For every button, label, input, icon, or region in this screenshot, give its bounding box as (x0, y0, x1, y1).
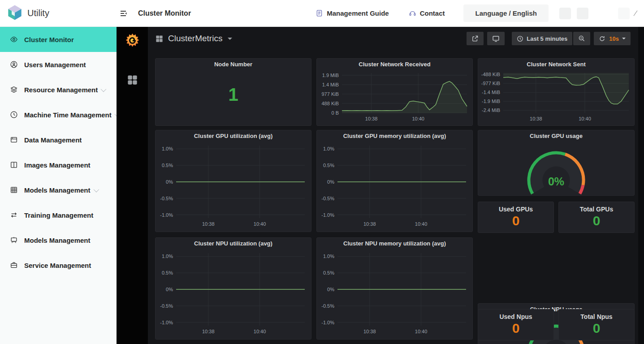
sidebar-item-machine-time-management[interactable]: Machine Time Management (0, 102, 117, 127)
panel-used-gpus: Used GPUs 0 (478, 202, 554, 233)
npu-utilization-chart: 1.0%0.5%0%-0.5%-1.0%10:3810:40 (156, 249, 311, 338)
svg-text:1.4 MiB: 1.4 MiB (322, 82, 339, 87)
nav-contact[interactable]: Contact (409, 9, 445, 17)
utility-cube-logo-icon (6, 4, 23, 23)
grafana-dashboard: ClusterMetrics (148, 27, 644, 344)
sidebar: Cluster Monitor Users Management Resourc… (0, 27, 117, 344)
svg-text:-0.5%: -0.5% (321, 196, 334, 201)
panel-title[interactable]: Cluster GPU memory utilization (avg) (317, 130, 472, 141)
nav-contact-label: Contact (420, 9, 445, 17)
sidebar-item-cluster-monitor[interactable]: Cluster Monitor (0, 27, 117, 52)
panel-total-gpus: Total GPUs 0 (558, 202, 635, 233)
panel-title[interactable]: Total Npus (559, 313, 634, 320)
sidebar-item-label: Images Management (24, 161, 91, 169)
briefcase-icon (10, 261, 18, 269)
chevron-down-icon (622, 38, 626, 39)
page-title: Cluster Monitor (138, 9, 191, 17)
svg-text:10:38: 10:38 (363, 329, 376, 334)
sidebar-item-training-management[interactable]: Training Management (0, 202, 117, 228)
panel-title[interactable]: Cluster GPU utilization (avg) (156, 130, 311, 141)
svg-text:-1.0%: -1.0% (160, 212, 173, 218)
panel-title[interactable]: Cluster NPU utilization (avg) (156, 238, 311, 249)
sidebar-item-resource-management[interactable]: Resource Management (0, 77, 117, 102)
sidebar-item-models-management-2[interactable]: Models Management (0, 228, 117, 253)
panel-title[interactable]: Cluster Network Received (317, 59, 472, 69)
refresh-button[interactable]: 10s (594, 32, 631, 45)
app-header: Utility Cluster Monitor Management Guide (0, 0, 644, 27)
sidebar-item-label: Data Management (24, 136, 82, 144)
panel-used-npus: Used Npus 0 (478, 309, 554, 340)
panel-title[interactable]: Cluster GPU usage (478, 130, 634, 141)
svg-text:-1.0%: -1.0% (160, 320, 173, 325)
time-range-button[interactable]: Last 5 minutes (512, 32, 572, 45)
panel-npu-memory-utilization: Cluster NPU memory utilization (avg) 1.0… (316, 237, 473, 340)
svg-text:10:40: 10:40 (412, 116, 424, 121)
svg-text:0%: 0% (327, 287, 334, 292)
svg-text:10:38: 10:38 (530, 116, 542, 121)
svg-text:-488 KiB: -488 KiB (481, 72, 500, 77)
cycle-arrows-icon (10, 211, 18, 219)
grafana-logo-icon[interactable] (124, 32, 141, 51)
sidebar-collapse-icon[interactable] (119, 9, 128, 18)
sidebar-item-label: Models Management (24, 186, 91, 194)
panel-gpu-utilization: Cluster GPU utilization (avg) 1.0%0.5%0%… (155, 130, 311, 232)
panel-title[interactable]: Total GPUs (559, 206, 634, 213)
svg-text:-0.5%: -0.5% (160, 196, 173, 201)
sidebar-item-users-management[interactable]: Users Management (0, 52, 117, 77)
sidebar-item-label: Training Management (24, 211, 93, 219)
used-gpus-value: 0 (478, 213, 553, 228)
node-number-value: 1 (156, 85, 311, 105)
user-icon (10, 60, 18, 69)
grafana-toolbar: Last 5 minutes 10s (467, 32, 631, 45)
sidebar-item-models-management[interactable]: Models Management (0, 177, 117, 202)
svg-text:-1.0%: -1.0% (321, 320, 334, 325)
svg-text:1.0%: 1.0% (162, 254, 173, 259)
sidebar-item-label: Resource Management (24, 86, 98, 94)
dashboard-title-dropdown[interactable]: ClusterMetrics (155, 34, 232, 43)
window-edge (638, 27, 644, 344)
nav-management-guide[interactable]: Management Guide (316, 9, 389, 17)
svg-text:0.5%: 0.5% (162, 163, 173, 168)
header-placeholder-icon (577, 8, 588, 19)
panel-title[interactable]: Cluster NPU memory utilization (avg) (317, 238, 472, 249)
chevron-down-icon (228, 38, 232, 40)
share-button[interactable] (467, 32, 484, 45)
header-placeholder-icon (618, 8, 630, 19)
zoom-out-button[interactable] (573, 32, 590, 45)
svg-text:488 KiB: 488 KiB (321, 101, 339, 106)
panel-node-number: Node Number 1 (155, 58, 311, 126)
zoom-out-icon (578, 35, 585, 42)
clock-icon (10, 111, 18, 119)
svg-text:-2.4 MiB: -2.4 MiB (482, 108, 500, 113)
panel-gpu-usage-gauge: Cluster GPU usage 0% (478, 130, 635, 196)
npu-memory-utilization-chart: 1.0%0.5%0%-0.5%-1.0%10:3810:40 (317, 249, 472, 338)
svg-text:10:40: 10:40 (415, 329, 428, 334)
eye-icon (10, 35, 18, 43)
tv-mode-button[interactable] (487, 32, 505, 45)
gpu-usage-value: 0% (478, 175, 634, 188)
svg-text:977 KiB: 977 KiB (321, 91, 339, 97)
svg-text:1.0%: 1.0% (162, 146, 173, 151)
panel-gpu-memory-utilization: Cluster GPU memory utilization (avg) 1.0… (316, 130, 473, 232)
svg-text:-1.0%: -1.0% (321, 212, 334, 218)
svg-text:1.0%: 1.0% (323, 254, 334, 259)
brand: Utility (6, 4, 49, 23)
used-npus-value: 0 (478, 321, 553, 336)
dashboard-icon (155, 34, 164, 43)
brand-name: Utility (27, 8, 49, 18)
svg-text:10:40: 10:40 (415, 221, 428, 227)
panel-title[interactable]: Used Npus (478, 313, 553, 320)
dashboards-grid-icon[interactable] (126, 74, 138, 88)
total-gpus-value: 0 (559, 213, 634, 228)
sidebar-item-data-management[interactable]: Data Management (0, 127, 117, 152)
panel-title[interactable]: Used GPUs (478, 206, 553, 213)
chevron-down-icon (101, 86, 107, 92)
svg-text:-0.5%: -0.5% (160, 303, 173, 309)
sidebar-item-images-management[interactable]: Images Management (0, 152, 117, 177)
panel-title[interactable]: Cluster Network Sent (478, 59, 634, 69)
total-npus-value: 0 (559, 321, 634, 336)
sidebar-item-service-management[interactable]: Service Management (0, 253, 117, 278)
panel-title[interactable]: Node Number (156, 59, 311, 69)
language-selector[interactable]: Language / English (463, 4, 549, 22)
layers-icon (10, 86, 18, 94)
